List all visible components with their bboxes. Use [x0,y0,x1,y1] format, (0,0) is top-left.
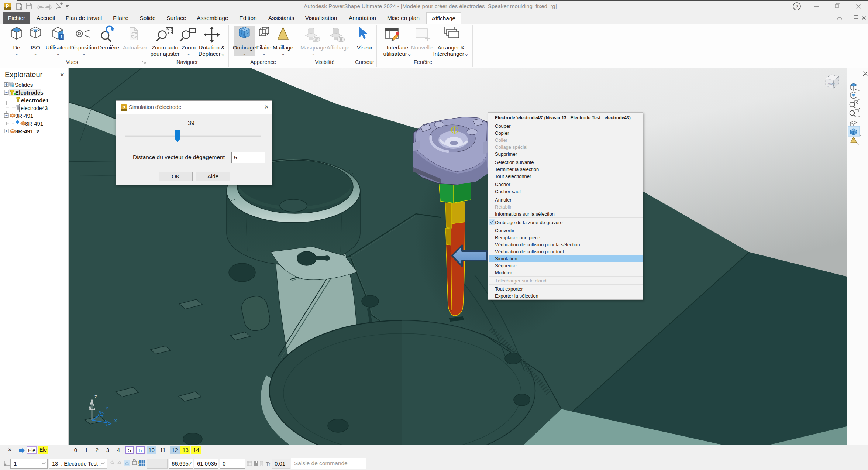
svg-text:P: P [122,105,125,110]
svg-text:P: P [6,3,9,9]
svg-text:AVANT: AVANT [828,83,835,85]
svg-text:z: z [94,394,97,399]
svg-text:x: x [114,418,117,423]
svg-text:?: ? [795,4,798,9]
svg-text:1: 1 [60,35,62,39]
svg-text:Y: Y [106,406,108,411]
